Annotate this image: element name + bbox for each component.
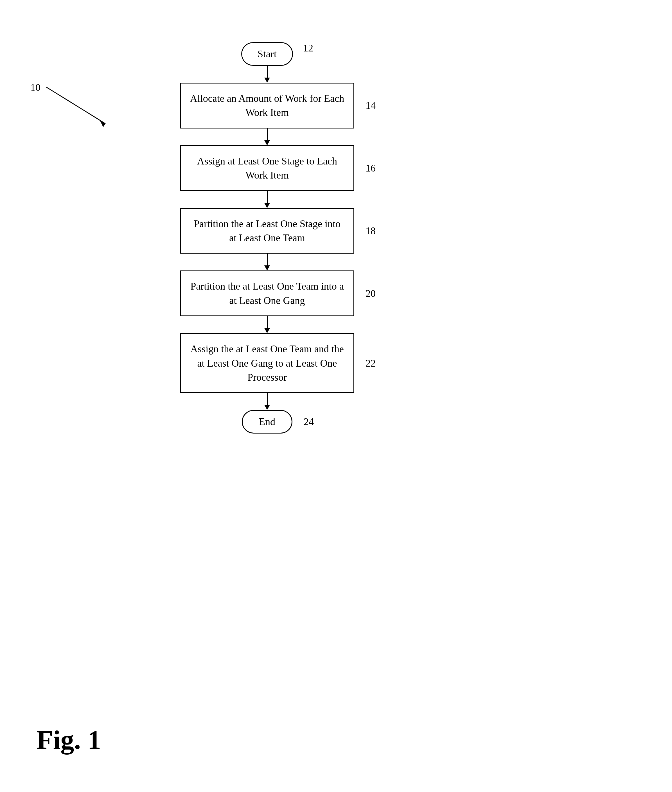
step2-box: Assign at Least One Stage to Each Work I… — [180, 146, 354, 191]
svg-line-0 — [46, 87, 106, 124]
end-node-wrapper: End 24 — [242, 410, 293, 434]
arrow-1 — [261, 66, 273, 83]
step3-box: Partition the at Least One Stage into at… — [180, 208, 354, 254]
flowchart-diagram: Start 12 Allocate an Amount of Work for … — [112, 42, 422, 434]
step4-box: Partition the at Least One Team into a a… — [180, 270, 354, 316]
step2-wrapper: Assign at Least One Stage to Each Work I… — [180, 146, 354, 191]
end-oval: End — [242, 410, 293, 434]
svg-marker-1 — [100, 120, 106, 127]
end-label: 24 — [304, 416, 314, 428]
step2-label: 16 — [365, 162, 376, 174]
figure-label: Fig. 1 — [37, 724, 101, 755]
step1-label: 14 — [365, 99, 376, 111]
step4-label: 20 — [365, 288, 376, 299]
start-oval: Start — [241, 42, 293, 66]
arrow-4 — [261, 254, 273, 270]
step3-wrapper: Partition the at Least One Stage into at… — [180, 208, 354, 254]
arrow-5 — [261, 316, 273, 333]
step5-wrapper: Assign the at Least One Team and the at … — [180, 333, 354, 393]
start-node-wrapper: Start 12 — [241, 42, 293, 66]
step1-wrapper: Allocate an Amount of Work for Each Work… — [180, 83, 354, 128]
arrow-3 — [261, 191, 273, 208]
reference-arrow-10 — [41, 82, 117, 129]
arrow-2 — [261, 128, 273, 146]
step5-label: 22 — [365, 357, 376, 369]
step1-box: Allocate an Amount of Work for Each Work… — [180, 83, 354, 128]
step4-wrapper: Partition the at Least One Team into a a… — [180, 270, 354, 316]
arrow-6 — [261, 393, 273, 410]
step5-box: Assign the at Least One Team and the at … — [180, 333, 354, 393]
reference-10: 10 — [30, 82, 40, 93]
step3-label: 18 — [365, 225, 376, 237]
start-label: 12 — [303, 42, 313, 54]
